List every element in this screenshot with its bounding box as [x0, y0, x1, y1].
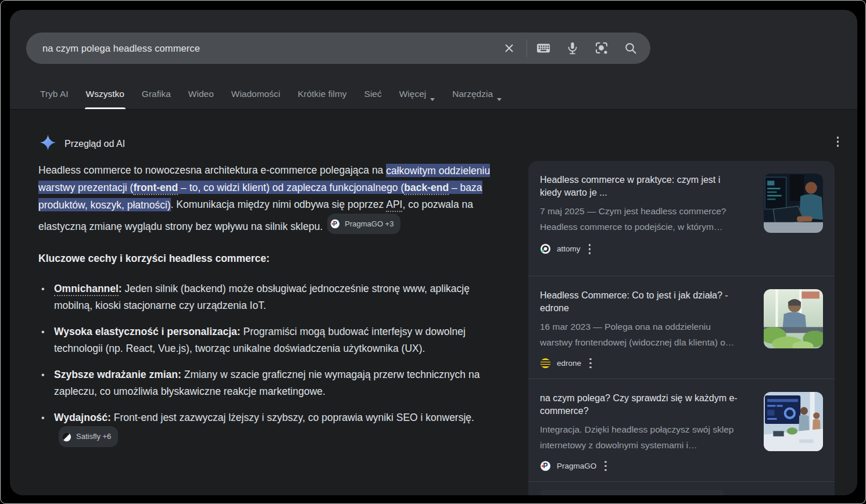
- satisfly-favicon: [62, 432, 71, 442]
- glossary-term[interactable]: API: [386, 199, 402, 212]
- tab-wszystko[interactable]: Wszystko: [86, 86, 124, 109]
- browser-content: na czym polega headless commerce: [10, 10, 857, 495]
- bullet-omnichannel: Omnichannel: Jeden silnik (backend) może…: [38, 280, 507, 315]
- clear-icon[interactable]: [502, 41, 516, 55]
- search-divider: [527, 39, 527, 57]
- card-menu-icon[interactable]: [587, 356, 594, 371]
- svg-text:P: P: [333, 220, 337, 227]
- tab-grafika[interactable]: Grafika: [142, 86, 171, 109]
- card-snippet: Integracja. Dzięki headless połączysz sw…: [540, 422, 745, 452]
- pragmago-favicon: P: [540, 460, 551, 471]
- bullet-wydajnosc: Wydajność: Front-end jest zazwyczaj lżej…: [38, 409, 507, 448]
- tab-wiadomosci[interactable]: Wiadomości: [231, 86, 280, 109]
- microphone-icon[interactable]: [566, 41, 579, 55]
- card-thumbnail[interactable]: [764, 289, 823, 348]
- source-badge-pragmago[interactable]: PPragmaGO +3: [327, 214, 400, 235]
- glossary-term[interactable]: front-end: [133, 182, 178, 195]
- tab-siec[interactable]: Sieć: [364, 86, 382, 109]
- ai-overview-menu-icon[interactable]: [835, 134, 842, 149]
- glossary-term[interactable]: back-end: [404, 182, 449, 195]
- svg-text:P: P: [543, 462, 548, 470]
- search-header: na czym polega headless commerce: [10, 10, 857, 110]
- google-lens-icon[interactable]: [595, 41, 609, 55]
- source-card[interactable]: Headless Commerce: Co to jest i jak dzia…: [528, 276, 835, 379]
- tab-tryb-ai[interactable]: Tryb AI: [40, 86, 69, 109]
- card-menu-icon[interactable]: [586, 242, 593, 257]
- search-icon[interactable]: [624, 41, 638, 55]
- card-source-name: edrone: [557, 359, 581, 368]
- bullet-elastycznosc: Wysoka elastyczność i personalizacja: Pr…: [38, 323, 507, 358]
- card-title[interactable]: Headless Commerce: Co to jest i jak dzia…: [540, 289, 745, 315]
- card-title[interactable]: Headless commerce w praktyce: czym jest …: [540, 174, 745, 199]
- card-snippet: 7 maj 2025 — Czym jest headless commerce…: [540, 203, 745, 235]
- bullet-wdrazanie: Szybsze wdrażanie zmian: Zmiany w szacie…: [38, 366, 507, 401]
- screenshot-frame: na czym polega headless commerce: [0, 0, 866, 504]
- partial-next-card: [528, 482, 835, 495]
- search-input[interactable]: na czym polega headless commerce: [42, 43, 502, 54]
- tab-krotkie-filmy[interactable]: Krótkie filmy: [298, 86, 346, 109]
- tab-narzedzia[interactable]: Narzędzia: [452, 86, 502, 109]
- sources-panel: Headless commerce w praktyce: czym jest …: [528, 161, 835, 495]
- tab-wideo[interactable]: Wideo: [188, 86, 214, 109]
- glossary-term[interactable]: Omnichannel: [54, 283, 119, 296]
- card-source-name: attomy: [557, 244, 581, 253]
- card-source-name: PragmaGO: [557, 462, 596, 470]
- card-menu-icon[interactable]: [602, 459, 609, 474]
- result-tabs: Tryb AI Wszystko Grafika Wideo Wiadomośc…: [40, 86, 502, 109]
- card-snippet: 16 mar 2023 — Polega ona na oddzieleniu …: [540, 319, 745, 349]
- search-bar[interactable]: na czym polega headless commerce: [26, 33, 650, 64]
- ai-overview-title: Przegląd od AI: [65, 139, 125, 149]
- source-badge-satisfly[interactable]: Satisfly +6: [59, 426, 118, 447]
- ai-overview-header: Przegląd od AI: [40, 135, 125, 153]
- ai-overview-paragraph: Headless commerce to nowoczesna architek…: [38, 162, 507, 235]
- chevron-down-icon: [497, 98, 502, 101]
- tab-wiecej[interactable]: Więcej: [399, 86, 435, 109]
- card-thumbnail[interactable]: [764, 392, 823, 451]
- ai-overview-subheading: Kluczowe cechy i korzyści headless comme…: [38, 250, 507, 268]
- pragmago-favicon: P: [330, 219, 340, 229]
- source-card[interactable]: Headless commerce w praktyce: czym jest …: [528, 161, 835, 276]
- edrone-favicon: [540, 358, 551, 369]
- source-card[interactable]: na czym polega? Czy sprawdzi się w każdy…: [528, 379, 835, 481]
- chevron-down-icon: [430, 98, 435, 101]
- ai-sparkle-icon: [40, 135, 56, 153]
- card-title[interactable]: na czym polega? Czy sprawdzi się w każdy…: [540, 392, 745, 417]
- ai-overview-bullet-list: Omnichannel: Jeden silnik (backend) może…: [38, 280, 507, 448]
- card-thumbnail[interactable]: [764, 174, 823, 233]
- attomy-favicon: [540, 243, 551, 254]
- ai-overview-body: Headless commerce to nowoczesna architek…: [38, 162, 507, 457]
- keyboard-icon[interactable]: [536, 41, 550, 55]
